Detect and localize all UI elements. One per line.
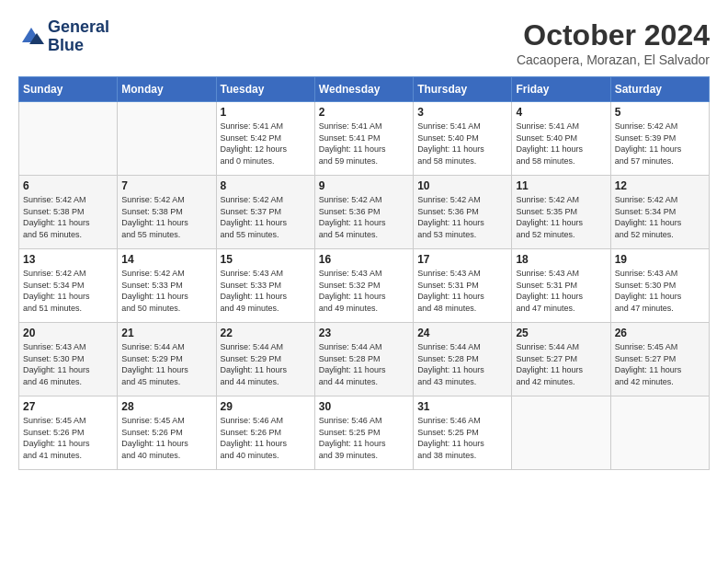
day-info: Sunrise: 5:42 AMSunset: 5:39 PMDaylight:…	[615, 121, 705, 167]
col-friday: Friday	[512, 77, 610, 102]
cell-3-0: 20Sunrise: 5:43 AMSunset: 5:30 PMDayligh…	[19, 323, 118, 396]
cell-4-6	[610, 396, 709, 470]
cell-3-1: 21Sunrise: 5:44 AMSunset: 5:29 PMDayligh…	[118, 323, 216, 396]
day-info: Sunrise: 5:46 AMSunset: 5:25 PMDaylight:…	[319, 415, 409, 461]
day-number: 10	[417, 179, 507, 192]
cell-2-3: 16Sunrise: 5:43 AMSunset: 5:32 PMDayligh…	[314, 249, 413, 323]
day-info: Sunrise: 5:45 AMSunset: 5:26 PMDaylight:…	[23, 415, 113, 461]
day-number: 28	[121, 400, 211, 413]
day-info: Sunrise: 5:43 AMSunset: 5:31 PMDaylight:…	[417, 268, 507, 314]
cell-4-3: 30Sunrise: 5:46 AMSunset: 5:25 PMDayligh…	[314, 396, 413, 470]
day-number: 12	[615, 179, 705, 192]
cell-1-0: 6Sunrise: 5:42 AMSunset: 5:38 PMDaylight…	[19, 176, 118, 249]
day-info: Sunrise: 5:41 AMSunset: 5:40 PMDaylight:…	[417, 121, 507, 167]
cell-1-2: 8Sunrise: 5:42 AMSunset: 5:37 PMDaylight…	[216, 176, 314, 249]
day-number: 24	[417, 327, 507, 339]
cell-1-5: 11Sunrise: 5:42 AMSunset: 5:35 PMDayligh…	[512, 176, 610, 249]
week-row-2: 6Sunrise: 5:42 AMSunset: 5:38 PMDaylight…	[19, 176, 710, 249]
logo-text: General Blue	[48, 18, 109, 55]
month-title: October 2024	[517, 18, 710, 52]
day-info: Sunrise: 5:42 AMSunset: 5:36 PMDaylight:…	[417, 194, 507, 240]
day-info: Sunrise: 5:42 AMSunset: 5:38 PMDaylight:…	[121, 194, 211, 240]
cell-0-6: 5Sunrise: 5:42 AMSunset: 5:39 PMDaylight…	[610, 102, 709, 176]
col-thursday: Thursday	[414, 77, 512, 102]
day-info: Sunrise: 5:43 AMSunset: 5:30 PMDaylight:…	[615, 268, 705, 314]
cell-0-1	[118, 102, 216, 176]
day-number: 15	[221, 253, 311, 266]
cell-3-4: 24Sunrise: 5:44 AMSunset: 5:28 PMDayligh…	[414, 323, 512, 396]
day-number: 22	[221, 327, 311, 339]
cell-2-0: 13Sunrise: 5:42 AMSunset: 5:34 PMDayligh…	[19, 249, 118, 323]
cell-2-6: 19Sunrise: 5:43 AMSunset: 5:30 PMDayligh…	[610, 249, 709, 323]
day-number: 16	[319, 253, 409, 266]
day-info: Sunrise: 5:44 AMSunset: 5:28 PMDaylight:…	[417, 341, 507, 387]
col-saturday: Saturday	[610, 77, 709, 102]
cell-0-0	[19, 102, 118, 176]
day-info: Sunrise: 5:46 AMSunset: 5:26 PMDaylight:…	[221, 415, 311, 461]
col-monday: Monday	[118, 77, 216, 102]
day-number: 23	[319, 327, 409, 339]
day-info: Sunrise: 5:44 AMSunset: 5:27 PMDaylight:…	[516, 341, 606, 387]
day-info: Sunrise: 5:42 AMSunset: 5:33 PMDaylight:…	[121, 268, 211, 314]
day-info: Sunrise: 5:42 AMSunset: 5:36 PMDaylight:…	[319, 194, 409, 240]
day-number: 25	[516, 327, 606, 339]
day-number: 19	[615, 253, 705, 266]
cell-2-4: 17Sunrise: 5:43 AMSunset: 5:31 PMDayligh…	[414, 249, 512, 323]
cell-2-1: 14Sunrise: 5:42 AMSunset: 5:33 PMDayligh…	[118, 249, 216, 323]
day-info: Sunrise: 5:43 AMSunset: 5:32 PMDaylight:…	[319, 268, 409, 314]
week-row-3: 13Sunrise: 5:42 AMSunset: 5:34 PMDayligh…	[19, 249, 710, 323]
col-sunday: Sunday	[19, 77, 118, 102]
day-number: 9	[319, 179, 409, 192]
day-number: 6	[23, 179, 113, 192]
cell-3-6: 26Sunrise: 5:45 AMSunset: 5:27 PMDayligh…	[610, 323, 709, 396]
logo: General Blue	[18, 18, 109, 55]
day-info: Sunrise: 5:41 AMSunset: 5:42 PMDaylight:…	[221, 121, 311, 167]
day-info: Sunrise: 5:43 AMSunset: 5:30 PMDaylight:…	[23, 341, 113, 387]
cell-3-5: 25Sunrise: 5:44 AMSunset: 5:27 PMDayligh…	[512, 323, 610, 396]
cell-4-2: 29Sunrise: 5:46 AMSunset: 5:26 PMDayligh…	[216, 396, 314, 470]
day-number: 11	[516, 179, 606, 192]
day-number: 17	[417, 253, 507, 266]
cell-0-2: 1Sunrise: 5:41 AMSunset: 5:42 PMDaylight…	[216, 102, 314, 176]
cell-3-3: 23Sunrise: 5:44 AMSunset: 5:28 PMDayligh…	[314, 323, 413, 396]
cell-1-1: 7Sunrise: 5:42 AMSunset: 5:38 PMDaylight…	[118, 176, 216, 249]
day-info: Sunrise: 5:42 AMSunset: 5:35 PMDaylight:…	[516, 194, 606, 240]
day-info: Sunrise: 5:44 AMSunset: 5:28 PMDaylight:…	[319, 341, 409, 387]
day-number: 4	[516, 106, 606, 119]
cell-1-6: 12Sunrise: 5:42 AMSunset: 5:34 PMDayligh…	[610, 176, 709, 249]
day-number: 21	[121, 327, 211, 339]
cell-4-1: 28Sunrise: 5:45 AMSunset: 5:26 PMDayligh…	[118, 396, 216, 470]
cell-4-5	[512, 396, 610, 470]
day-info: Sunrise: 5:45 AMSunset: 5:27 PMDaylight:…	[615, 341, 705, 387]
day-number: 8	[221, 179, 311, 192]
day-number: 29	[221, 400, 311, 413]
cell-3-2: 22Sunrise: 5:44 AMSunset: 5:29 PMDayligh…	[216, 323, 314, 396]
day-number: 20	[23, 327, 113, 339]
day-number: 18	[516, 253, 606, 266]
header-row: Sunday Monday Tuesday Wednesday Thursday…	[19, 77, 710, 102]
day-number: 7	[121, 179, 211, 192]
day-number: 2	[319, 106, 409, 119]
day-number: 31	[417, 400, 507, 413]
day-info: Sunrise: 5:42 AMSunset: 5:34 PMDaylight:…	[23, 268, 113, 314]
day-info: Sunrise: 5:43 AMSunset: 5:33 PMDaylight:…	[221, 268, 311, 314]
day-number: 14	[121, 253, 211, 266]
day-info: Sunrise: 5:44 AMSunset: 5:29 PMDaylight:…	[121, 341, 211, 387]
cell-1-4: 10Sunrise: 5:42 AMSunset: 5:36 PMDayligh…	[414, 176, 512, 249]
col-wednesday: Wednesday	[314, 77, 413, 102]
logo-icon	[18, 24, 44, 50]
day-info: Sunrise: 5:42 AMSunset: 5:34 PMDaylight:…	[615, 194, 705, 240]
day-info: Sunrise: 5:41 AMSunset: 5:41 PMDaylight:…	[319, 121, 409, 167]
logo-text-line2: Blue	[48, 37, 109, 55]
title-block: October 2024 Cacaopera, Morazan, El Salv…	[517, 18, 710, 67]
week-row-5: 27Sunrise: 5:45 AMSunset: 5:26 PMDayligh…	[19, 396, 710, 470]
day-info: Sunrise: 5:43 AMSunset: 5:31 PMDaylight:…	[516, 268, 606, 314]
day-number: 13	[23, 253, 113, 266]
calendar-table: Sunday Monday Tuesday Wednesday Thursday…	[18, 76, 710, 470]
day-number: 5	[615, 106, 705, 119]
day-number: 30	[319, 400, 409, 413]
day-number: 26	[615, 327, 705, 339]
logo-text-line1: General	[48, 18, 109, 37]
day-info: Sunrise: 5:42 AMSunset: 5:38 PMDaylight:…	[23, 194, 113, 240]
day-number: 3	[417, 106, 507, 119]
